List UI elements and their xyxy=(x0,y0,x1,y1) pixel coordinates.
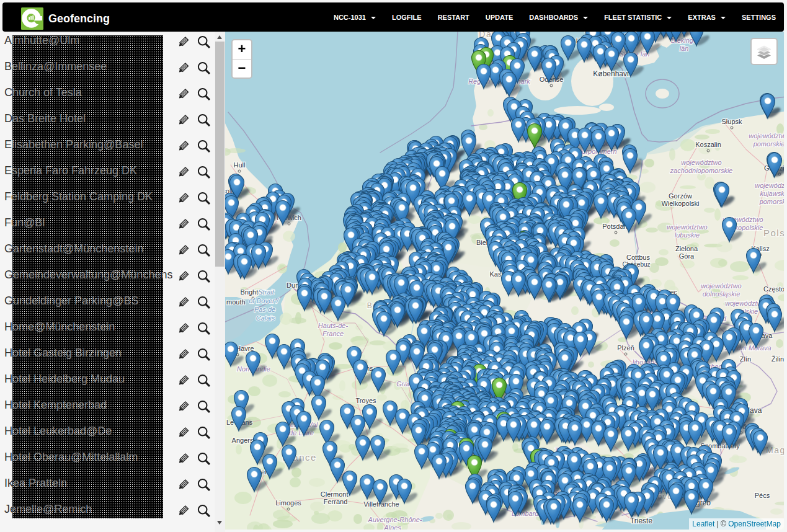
svg-text:kujawsko-: kujawsko- xyxy=(760,190,784,197)
svg-text:województwo: województwo xyxy=(755,182,784,189)
svg-text:Góra: Góra xyxy=(679,252,695,260)
svg-text:województwo: województwo xyxy=(749,132,784,140)
svg-text:Auvergne-Rhône-: Auvergne-Rhône- xyxy=(368,516,422,523)
svg-text:Ferrand: Ferrand xyxy=(324,498,348,505)
svg-text:lubuskie: lubuskie xyxy=(675,231,700,239)
svg-text:Zielona: Zielona xyxy=(675,245,698,252)
svg-text:Limoges: Limoges xyxy=(275,499,301,507)
svg-text:Pécs: Pécs xyxy=(755,492,770,499)
svg-text:France: France xyxy=(322,330,344,337)
svg-text:Trieste: Trieste xyxy=(630,516,653,525)
svg-text:Cottbus: Cottbus xyxy=(626,254,650,261)
svg-text:Angers: Angers xyxy=(232,437,254,444)
svg-text:województwo: województwo xyxy=(681,159,721,166)
svg-text:Częstochowa: Częstochowa xyxy=(763,285,784,293)
svg-text:Plzeň: Plzeň xyxy=(617,344,634,352)
svg-text:Gorzów: Gorzów xyxy=(669,192,692,200)
svg-text:pomorskie: pomorskie xyxy=(759,198,784,205)
svg-text:województwo: województwo xyxy=(701,282,741,290)
svg-text:Troyes: Troyes xyxy=(355,397,376,404)
svg-text:zachodniopomorskie: zachodniopomorskie xyxy=(670,167,733,174)
svg-text:Hull: Hull xyxy=(234,161,246,169)
svg-text:of Dover /: of Dover / xyxy=(249,297,279,304)
svg-text:Wielkopolski: Wielkopolski xyxy=(661,200,699,207)
svg-text:województwo: województwo xyxy=(667,223,707,231)
svg-text:Polska: Polska xyxy=(763,228,784,238)
svg-text:Alpes: Alpes xyxy=(383,524,401,530)
svg-text:Pas de: Pas de xyxy=(254,306,275,313)
svg-text:dolnośląskie: dolnośląskie xyxy=(703,290,740,298)
svg-text:län: län xyxy=(680,45,689,52)
svg-text:pomorskie: pomorskie xyxy=(753,140,784,148)
svg-text:Calais: Calais xyxy=(256,314,275,322)
svg-text:Clermont-: Clermont- xyxy=(321,490,351,498)
svg-text:Žilina: Žilina xyxy=(771,355,784,363)
svg-text:Zlín: Zlín xyxy=(740,355,751,363)
svg-text:Strait: Strait xyxy=(258,288,275,296)
svg-text:København: København xyxy=(593,69,631,78)
svg-text:Koszalin: Koszalin xyxy=(695,141,721,148)
svg-text:Słupsk: Słupsk xyxy=(721,118,742,125)
svg-text:mouth: mouth xyxy=(226,298,246,306)
svg-text:Hauts-de-: Hauts-de- xyxy=(318,322,349,329)
